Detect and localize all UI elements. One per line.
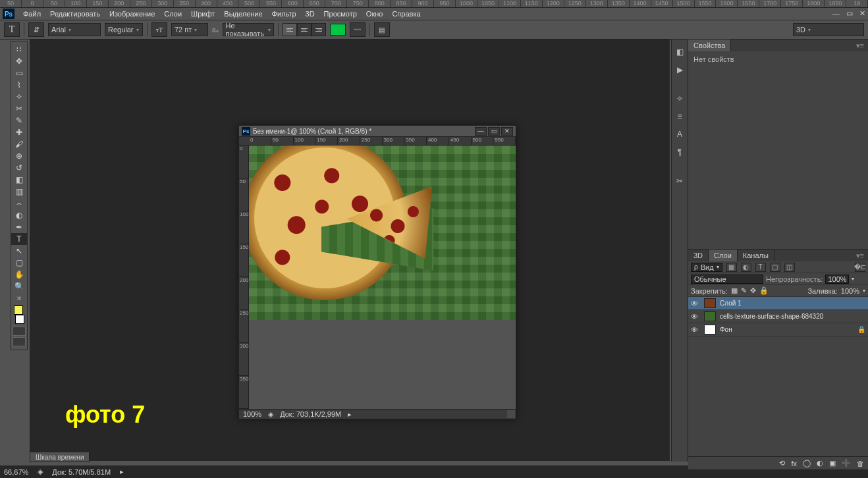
foreground-background-swatch[interactable] — [14, 305, 24, 324]
layer-fx-icon[interactable]: fx — [791, 460, 797, 467]
doc-close-button[interactable]: ✕ — [501, 127, 513, 136]
workspace-select[interactable]: 3D▾ — [793, 23, 864, 36]
text-align-group[interactable] — [283, 23, 326, 36]
lock-all-icon[interactable]: ▦ — [731, 286, 738, 295]
shape-tool[interactable]: ▢ — [11, 257, 27, 269]
tool-indicator-icon[interactable]: T — [4, 22, 20, 37]
menu-item[interactable]: Изображение — [105, 9, 159, 19]
lock-pos-icon[interactable]: ✥ — [750, 286, 756, 295]
panel-icon[interactable]: ✂ — [674, 176, 686, 186]
menu-item[interactable]: Файл — [18, 9, 45, 19]
align-left-button[interactable] — [283, 23, 297, 36]
menu-item[interactable]: Просмотр — [319, 9, 362, 19]
panel-menu-icon[interactable]: ▾≡ — [852, 41, 868, 50]
visibility-toggle[interactable]: 👁 — [691, 300, 700, 307]
lock-pixel-icon[interactable]: ✎ — [741, 286, 747, 295]
document-zoom[interactable]: 100% — [243, 410, 261, 418]
filter-smart-icon[interactable]: ◫ — [784, 263, 795, 272]
doc-status-arrow-icon[interactable]: ▸ — [348, 410, 352, 419]
quick-select-tool[interactable]: ✧ — [11, 91, 27, 103]
new-group-icon[interactable]: ▣ — [829, 459, 836, 467]
panel-tab[interactable]: Слои — [709, 250, 738, 261]
layer-name[interactable]: cells-texture-surface-shape-684320 — [720, 313, 823, 320]
align-right-button[interactable] — [312, 23, 326, 36]
warp-text-button[interactable]: 〰 — [350, 22, 366, 37]
hand-tool[interactable]: ✋ — [11, 269, 27, 280]
status-icon[interactable]: ◈ — [38, 467, 43, 476]
align-center-button[interactable] — [297, 23, 312, 36]
eyedropper-tool[interactable]: ✎ — [11, 115, 27, 126]
document-titlebar[interactable]: Ps Без имени-1@ 100% (Слой 1, RGB/8) * —… — [239, 126, 516, 137]
blend-mode-select[interactable]: Обычные — [691, 275, 763, 284]
app-zoom[interactable]: 66,67% — [4, 468, 28, 476]
new-layer-icon[interactable]: ➕ — [842, 459, 851, 467]
minimize-icon[interactable]: — — [832, 9, 840, 18]
layer-row[interactable]: 👁Слой 1 — [688, 297, 868, 310]
eraser-tool[interactable]: ◧ — [11, 174, 27, 186]
layer-row[interactable]: 👁Фон🔒 — [688, 323, 868, 336]
properties-tab[interactable]: Свойства — [688, 40, 731, 51]
panel-tab[interactable]: 3D — [688, 250, 709, 261]
text-color-swatch[interactable] — [330, 24, 346, 36]
type-tool[interactable]: T — [11, 233, 27, 245]
menu-item[interactable]: Редактировать — [45, 9, 105, 19]
visibility-toggle[interactable]: 👁 — [691, 313, 700, 321]
screen-mode-buttons[interactable] — [11, 325, 27, 348]
panel-icon[interactable]: ✧ — [674, 93, 686, 104]
close-icon[interactable]: ✕ — [859, 9, 865, 18]
layer-row[interactable]: 👁cells-texture-surface-shape-684320 — [688, 310, 868, 323]
font-weight-select[interactable]: Regular▾ — [105, 23, 143, 36]
layer-mask-icon[interactable]: ◯ — [803, 459, 811, 467]
menu-item[interactable]: Слои — [159, 9, 186, 19]
doc-minimize-button[interactable]: — — [475, 127, 487, 136]
grip-icon[interactable]: ∷ — [11, 43, 27, 55]
window-controls[interactable]: — ▭ ✕ — [832, 9, 865, 18]
layer-name[interactable]: Слой 1 — [720, 300, 742, 307]
orientation-toggle[interactable]: ⇵ — [28, 22, 44, 37]
panel-icon[interactable]: ◧ — [674, 47, 686, 57]
gradient-tool[interactable]: ▥ — [11, 186, 27, 198]
restore-icon[interactable]: ▭ — [846, 9, 853, 18]
blur-tool[interactable]: ⌢ — [11, 198, 27, 209]
layer-kind-select[interactable]: ρ Вид ▾ — [691, 263, 722, 272]
stamp-tool[interactable]: ⊕ — [11, 150, 27, 162]
menu-item[interactable]: Выделение — [219, 9, 267, 19]
menu-item[interactable]: Фильтр — [267, 9, 301, 19]
filter-shape-icon[interactable]: ▢ — [770, 263, 780, 272]
opacity-input[interactable]: 100% — [825, 275, 849, 284]
marquee-tool[interactable]: ▭ — [11, 67, 27, 79]
move-tool[interactable]: ✥ — [11, 55, 27, 67]
visibility-toggle[interactable]: 👁 — [691, 326, 700, 334]
antialias-select[interactable]: Не показывать▾ — [223, 23, 274, 36]
panel-icon[interactable]: ▶ — [674, 65, 686, 75]
pen-tool[interactable]: ✒ — [11, 221, 27, 233]
font-size-select[interactable]: 72 пт▾ — [171, 23, 208, 36]
font-family-select[interactable]: Arial▾ — [48, 23, 101, 36]
dodge-tool[interactable]: ◐ — [11, 209, 27, 221]
menu-item[interactable]: Окно — [362, 9, 388, 19]
path-select-tool[interactable]: ↖ — [11, 245, 27, 257]
panel-tab[interactable]: Каналы — [738, 250, 774, 261]
document-canvas[interactable] — [249, 146, 516, 320]
lock-icon[interactable]: 🔒 — [759, 286, 769, 295]
healing-tool[interactable]: ✚ — [11, 126, 27, 138]
new-fill-icon[interactable]: ◐ — [817, 459, 823, 467]
panel-icon[interactable]: ≡ — [674, 111, 686, 122]
doc-status-icon[interactable]: ◈ — [268, 410, 273, 419]
swap-colors-icon[interactable]: ⤭ — [11, 292, 27, 304]
filter-type-icon[interactable]: T — [755, 263, 766, 272]
lasso-tool[interactable]: ⌇ — [11, 79, 27, 91]
status-arrow-icon[interactable]: ▸ — [120, 467, 124, 476]
fill-input[interactable]: 100% — [841, 287, 859, 295]
timeline-panel-tab[interactable]: Шкала времени — [30, 452, 90, 462]
doc-maximize-button[interactable]: ▭ — [488, 127, 500, 136]
layer-name[interactable]: Фон — [720, 326, 732, 333]
filter-adjust-icon[interactable]: ◐ — [741, 263, 751, 272]
link-layers-icon[interactable]: ⟲ — [779, 459, 785, 467]
crop-tool[interactable]: ✂ — [11, 103, 27, 115]
panel-icon[interactable]: A — [674, 129, 686, 140]
menu-item[interactable]: Справка — [387, 9, 425, 19]
resize-grip[interactable] — [507, 410, 515, 418]
delete-layer-icon[interactable]: 🗑 — [857, 460, 864, 467]
brush-tool[interactable]: 🖌 — [11, 138, 27, 150]
